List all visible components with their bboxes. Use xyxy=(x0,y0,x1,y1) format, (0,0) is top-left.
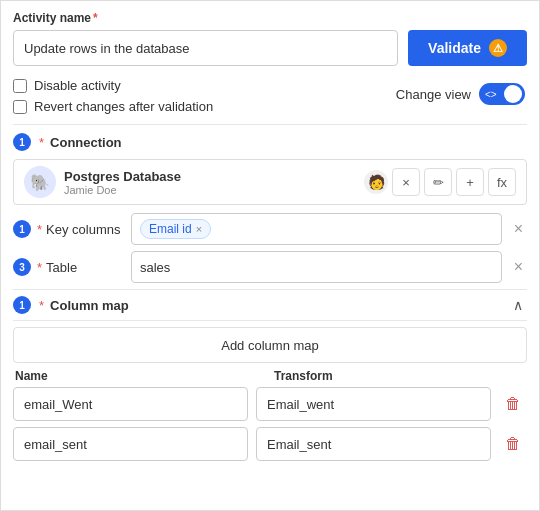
column-map-labels: Name Transform xyxy=(13,369,527,383)
connection-actions: 🧑 × ✏ + fx xyxy=(364,168,516,196)
disable-checkbox-input[interactable] xyxy=(13,79,27,93)
table-clear[interactable]: × xyxy=(510,258,527,276)
column-name-input-1[interactable] xyxy=(13,427,248,461)
activity-name-input[interactable] xyxy=(13,30,398,66)
key-columns-input[interactable]: Email id × xyxy=(131,213,502,245)
delete-row-button-0[interactable]: 🗑 xyxy=(499,390,527,418)
email-id-tag[interactable]: Email id × xyxy=(140,219,211,239)
column-transform-input-0[interactable] xyxy=(256,387,491,421)
change-view-toggle[interactable]: <> xyxy=(479,83,525,105)
toggle-knob xyxy=(504,85,522,103)
connection-box: 🐘 Postgres Database Jamie Doe 🧑 × ✏ + fx xyxy=(13,159,527,205)
user-avatar: 🧑 xyxy=(364,170,388,194)
delete-row-button-1[interactable]: 🗑 xyxy=(499,430,527,458)
key-columns-badge: 1 xyxy=(13,220,31,238)
connection-badge: 1 xyxy=(13,133,31,151)
connection-title: Connection xyxy=(50,135,122,150)
table-required: * xyxy=(37,260,42,275)
plus-icon: + xyxy=(466,175,474,190)
column-map-title: Column map xyxy=(50,298,129,313)
column-map-header: 1 * Column map ∧ xyxy=(13,296,527,314)
revert-checkbox-input[interactable] xyxy=(13,100,27,114)
trash-icon-0: 🗑 xyxy=(505,395,521,413)
table-badge: 3 xyxy=(13,258,31,276)
db-info: Postgres Database Jamie Doe xyxy=(64,169,356,196)
pencil-icon: ✏ xyxy=(433,175,444,190)
validate-label: Validate xyxy=(428,40,481,56)
add-connection-button[interactable]: + xyxy=(456,168,484,196)
validate-button[interactable]: Validate ⚠ xyxy=(408,30,527,66)
fx-icon: fx xyxy=(497,175,507,190)
column-map-section: 1 * Column map ∧ Add column map Name Tra… xyxy=(13,296,527,461)
activity-name-label: Activity name xyxy=(13,11,91,25)
table-value: sales xyxy=(140,260,170,275)
key-columns-label: Key columns xyxy=(46,222,120,237)
required-star: * xyxy=(93,11,98,25)
column-map-row-0: 🗑 xyxy=(13,387,527,421)
key-columns-row: 1 * Key columns Email id × × xyxy=(13,213,527,245)
key-columns-required: * xyxy=(37,222,42,237)
add-column-map-label: Add column map xyxy=(221,338,319,353)
toggle-code-icon: <> xyxy=(485,89,497,100)
db-name: Postgres Database xyxy=(64,169,356,184)
column-transform-input-1[interactable] xyxy=(256,427,491,461)
column-map-row-1: 🗑 xyxy=(13,427,527,461)
change-view-label: Change view xyxy=(396,87,471,102)
table-row: 3 * Table sales × xyxy=(13,251,527,283)
column-map-required: * xyxy=(39,298,44,313)
trash-icon-1: 🗑 xyxy=(505,435,521,453)
column-map-title-row: 1 * Column map xyxy=(13,296,129,314)
disable-activity-label: Disable activity xyxy=(34,78,121,93)
db-user: Jamie Doe xyxy=(64,184,356,196)
transform-column-header: Transform xyxy=(274,369,525,383)
edit-connection-button[interactable]: ✏ xyxy=(424,168,452,196)
add-column-map-button[interactable]: Add column map xyxy=(13,327,527,363)
name-column-header: Name xyxy=(15,369,266,383)
column-map-badge: 1 xyxy=(13,296,31,314)
close-connection-button[interactable]: × xyxy=(392,168,420,196)
change-view-row: Change view <> xyxy=(396,83,525,105)
db-avatar: 🐘 xyxy=(24,166,56,198)
table-label: Table xyxy=(46,260,77,275)
key-columns-clear[interactable]: × xyxy=(510,220,527,238)
warning-icon: ⚠ xyxy=(489,39,507,57)
tag-text: Email id xyxy=(149,222,192,236)
column-name-input-0[interactable] xyxy=(13,387,248,421)
fx-connection-button[interactable]: fx xyxy=(488,168,516,196)
chevron-up-icon[interactable]: ∧ xyxy=(513,297,523,313)
table-input[interactable]: sales xyxy=(131,251,502,283)
connection-required: * xyxy=(39,135,44,150)
revert-changes-label: Revert changes after validation xyxy=(34,99,213,114)
connection-section-header: 1 * Connection xyxy=(13,133,527,151)
tag-close-icon[interactable]: × xyxy=(196,223,202,235)
